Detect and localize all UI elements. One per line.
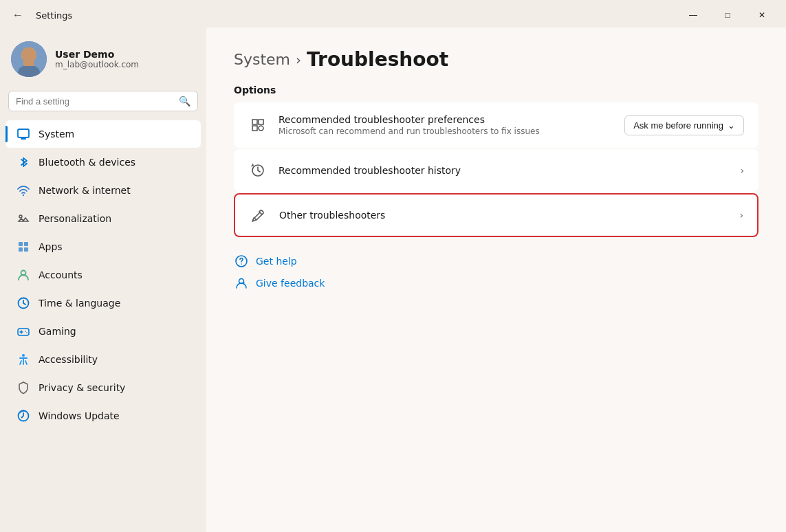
prefs-desc: Microsoft can recommend and run troubles… [279, 126, 613, 136]
prefs-action: Ask me before running ⌄ [624, 115, 744, 135]
sidebar-nav: System Bluetooth & devices [0, 120, 206, 430]
get-help-icon [234, 254, 249, 269]
sidebar-item-gaming[interactable]: Gaming [6, 318, 201, 345]
network-icon [17, 184, 30, 197]
give-feedback-link[interactable]: Give feedback [234, 276, 758, 291]
sidebar-item-system[interactable]: System [6, 120, 201, 148]
svg-rect-11 [24, 247, 28, 252]
sidebar-item-system-label: System [39, 129, 74, 140]
other-troubleshooters-title: Other troubleshooters [279, 210, 728, 221]
apps-icon [17, 240, 30, 254]
svg-rect-10 [19, 247, 23, 252]
history-title: Recommended troubleshooter history [279, 165, 729, 176]
sidebar-item-time-label: Time & language [39, 298, 120, 309]
windows-update-icon [17, 409, 30, 423]
user-profile: User Demo m_lab@outlook.com [0, 33, 206, 88]
give-feedback-label: Give feedback [256, 278, 325, 289]
breadcrumb-separator: › [296, 52, 301, 68]
sidebar-item-windows-update-label: Windows Update [39, 410, 120, 421]
history-chevron-icon: › [740, 165, 744, 176]
search-icon: 🔍 [179, 96, 190, 107]
history-action: › [740, 165, 744, 176]
user-name: User Demo [55, 49, 139, 60]
svg-point-6 [23, 195, 24, 196]
svg-point-16 [26, 332, 28, 333]
sidebar-item-privacy[interactable]: Privacy & security [6, 374, 201, 401]
option-recommended-history[interactable]: Recommended troubleshooter history › [234, 149, 758, 192]
breadcrumb: System › Troubleshoot [234, 48, 758, 71]
bluetooth-icon [17, 155, 30, 169]
breadcrumb-current: Troubleshoot [307, 48, 448, 71]
dropdown-chevron-icon: ⌄ [728, 120, 735, 131]
sidebar-item-bluetooth-label: Bluetooth & devices [39, 157, 135, 168]
sidebar-item-personalization-label: Personalization [39, 213, 111, 224]
options-container: Recommended troubleshooter preferences M… [234, 102, 758, 237]
svg-rect-9 [24, 242, 28, 246]
other-troubleshooters-content: Other troubleshooters [279, 210, 728, 221]
troubleshooters-icon [249, 206, 268, 225]
section-title: Options [234, 85, 758, 96]
user-email: m_lab@outlook.com [55, 60, 139, 69]
accounts-icon [17, 268, 30, 282]
gaming-icon [17, 324, 30, 338]
option-recommended-prefs[interactable]: Recommended troubleshooter preferences M… [234, 102, 758, 148]
history-icon [248, 161, 268, 180]
prefs-title: Recommended troubleshooter preferences [279, 114, 613, 125]
help-links: Get help Give feedback [234, 254, 758, 291]
svg-point-7 [19, 215, 22, 218]
titlebar-left: ← Settings [8, 8, 72, 23]
ask-before-running-dropdown[interactable]: Ask me before running ⌄ [624, 115, 744, 135]
minimize-button[interactable]: — [677, 5, 709, 25]
svg-point-22 [241, 263, 242, 265]
svg-point-19 [259, 126, 263, 131]
sidebar-item-network[interactable]: Network & internet [6, 177, 201, 204]
sidebar-item-apps[interactable]: Apps [6, 233, 201, 261]
sidebar-item-bluetooth[interactable]: Bluetooth & devices [6, 148, 201, 176]
sidebar-item-apps-label: Apps [39, 241, 63, 252]
personalization-icon [17, 212, 30, 225]
sidebar-item-accessibility-label: Accessibility [39, 354, 98, 365]
privacy-icon [17, 381, 30, 395]
user-info: User Demo m_lab@outlook.com [55, 49, 139, 69]
sidebar: User Demo m_lab@outlook.com 🔍 System [0, 27, 206, 532]
other-troubleshooters-chevron-icon: › [739, 210, 743, 221]
history-content: Recommended troubleshooter history [279, 165, 729, 176]
svg-rect-4 [23, 60, 34, 66]
maximize-button[interactable]: □ [712, 5, 743, 25]
sidebar-item-personalization[interactable]: Personalization [6, 205, 201, 232]
close-button[interactable]: ✕ [746, 5, 778, 25]
sidebar-item-accounts-label: Accounts [39, 269, 83, 280]
search-input[interactable] [16, 96, 173, 107]
time-icon [17, 296, 30, 310]
titlebar: ← Settings — □ ✕ [0, 0, 786, 27]
titlebar-title: Settings [36, 10, 72, 21]
get-help-link[interactable]: Get help [234, 254, 758, 269]
sidebar-item-network-label: Network & internet [39, 185, 131, 196]
svg-rect-5 [18, 129, 29, 137]
other-troubleshooters-action: › [739, 210, 743, 221]
titlebar-controls: — □ ✕ [677, 5, 778, 25]
prefs-icon [248, 115, 268, 135]
sidebar-item-privacy-label: Privacy & security [39, 382, 125, 393]
dropdown-label: Ask me before running [633, 120, 723, 131]
sidebar-item-windows-update[interactable]: Windows Update [6, 402, 201, 430]
get-help-label: Get help [256, 256, 297, 267]
sidebar-item-time[interactable]: Time & language [6, 289, 201, 317]
svg-point-17 [22, 354, 25, 357]
option-other-troubleshooters[interactable]: Other troubleshooters › [234, 193, 758, 237]
svg-rect-8 [19, 242, 23, 246]
avatar [11, 41, 47, 77]
main-content: System › Troubleshoot Options Recommende… [206, 27, 786, 532]
sidebar-item-accounts[interactable]: Accounts [6, 261, 201, 289]
accessibility-icon [17, 353, 30, 366]
give-feedback-icon [234, 276, 249, 291]
svg-point-15 [25, 331, 26, 332]
prefs-content: Recommended troubleshooter preferences M… [279, 114, 613, 136]
sidebar-item-accessibility[interactable]: Accessibility [6, 346, 201, 373]
app-body: User Demo m_lab@outlook.com 🔍 System [0, 27, 786, 532]
svg-point-3 [21, 47, 36, 63]
sidebar-item-gaming-label: Gaming [39, 326, 76, 337]
back-button[interactable]: ← [8, 8, 28, 23]
breadcrumb-parent: System [234, 51, 290, 68]
search-box[interactable]: 🔍 [8, 91, 198, 111]
